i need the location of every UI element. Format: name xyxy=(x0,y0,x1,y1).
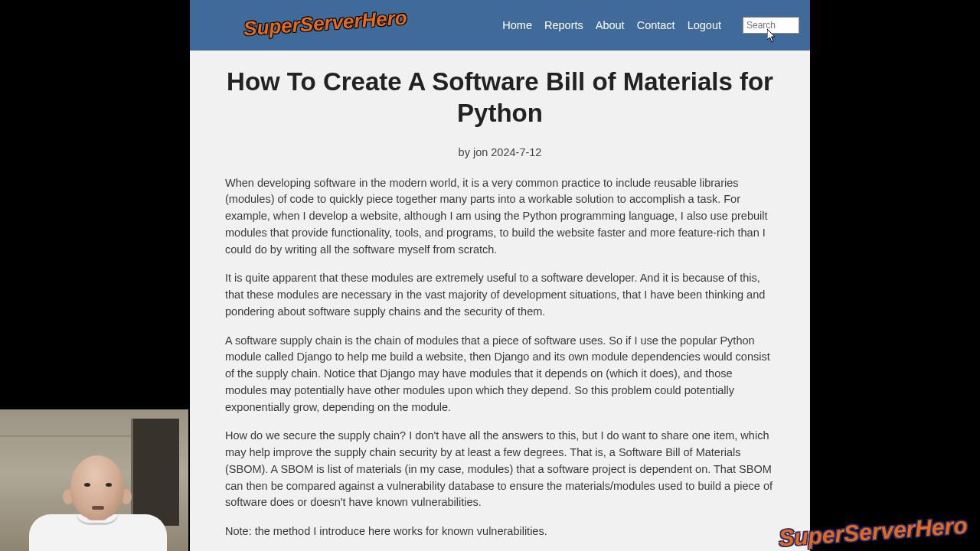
article-paragraph: Note: the method I introduce here works … xyxy=(225,523,775,540)
article-paragraph: When developing software in the modern w… xyxy=(225,175,775,259)
nav-home[interactable]: Home xyxy=(502,19,532,31)
webcam-overlay xyxy=(0,409,188,551)
article-title: How To Create A Software Bill of Materia… xyxy=(225,66,775,129)
webcam-door xyxy=(131,419,179,526)
webpage: SuperServerHero Home Reports About Conta… xyxy=(190,0,810,551)
nav-reports[interactable]: Reports xyxy=(544,19,583,31)
article-content: How To Create A Software Bill of Materia… xyxy=(190,51,810,551)
navbar: SuperServerHero Home Reports About Conta… xyxy=(190,0,810,51)
webcam-person-eyes xyxy=(83,483,113,489)
article-byline: by jon 2024-7-12 xyxy=(225,146,775,158)
nav-logout[interactable]: Logout xyxy=(688,19,721,31)
search-input[interactable] xyxy=(743,17,799,34)
webcam-person-mouth xyxy=(92,506,104,510)
nav-contact[interactable]: Contact xyxy=(637,19,675,31)
article-paragraph: A software supply chain is the chain of … xyxy=(225,333,775,416)
stage: SuperServerHero Home Reports About Conta… xyxy=(0,0,980,551)
nav-links: Home Reports About Contact Logout xyxy=(502,17,799,34)
article-paragraph: It is quite apparent that these modules … xyxy=(225,270,775,320)
nav-about[interactable]: About xyxy=(596,19,625,31)
webcam-ceiling-line xyxy=(0,435,135,437)
brand-logo[interactable]: SuperServerHero xyxy=(243,5,408,41)
article-paragraph: How do we secure the supply chain? I don… xyxy=(225,428,775,511)
